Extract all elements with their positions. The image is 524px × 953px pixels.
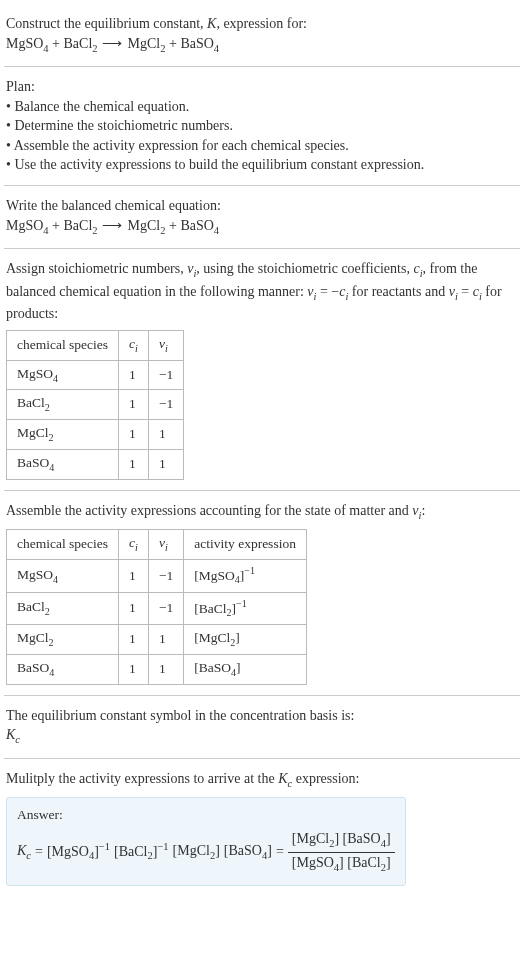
- cell-species: BaSO4: [7, 654, 119, 684]
- cell-c: 1: [119, 654, 149, 684]
- divider: [4, 66, 520, 67]
- cell-species: MgSO4: [7, 560, 119, 592]
- col-nui: νi: [148, 330, 183, 360]
- activity-table: chemical species ci νi activity expressi…: [6, 529, 307, 684]
- plan-bullet: • Determine the stoichiometric numbers.: [6, 116, 518, 136]
- intro-block: Construct the equilibrium constant, K, e…: [4, 8, 520, 62]
- intro-text: Construct the equilibrium constant,: [6, 16, 207, 31]
- sub: 4: [231, 667, 236, 678]
- sp: MgCl: [17, 425, 49, 440]
- sub: 2: [381, 862, 386, 873]
- table-header-row: chemical species ci νi: [7, 330, 184, 360]
- sub: 4: [381, 838, 386, 849]
- sub: 2: [147, 851, 152, 862]
- term: [BaSO4]: [224, 841, 272, 863]
- sub: 4: [235, 575, 240, 586]
- cell-exp: [BaCl2]−1: [184, 592, 307, 624]
- sub: 4: [214, 224, 219, 235]
- sub: 4: [49, 667, 54, 678]
- sub: 2: [210, 850, 215, 861]
- cell-v: 1: [148, 625, 183, 655]
- br: [BaSO: [343, 831, 381, 846]
- sub: c: [26, 850, 31, 861]
- br: [BaSO: [194, 660, 231, 675]
- table-row: MgSO41−1[MgSO4]−1: [7, 560, 307, 592]
- sp: BaSO: [17, 660, 49, 675]
- br: [BaCl: [194, 600, 226, 615]
- cell-species: MgSO4: [7, 360, 119, 390]
- text: :: [421, 503, 425, 518]
- species: BaCl: [64, 218, 93, 233]
- divider: [4, 758, 520, 759]
- plus: +: [49, 36, 64, 51]
- sp: MgCl: [17, 630, 49, 645]
- k: K: [17, 843, 26, 858]
- cell-c: 1: [119, 390, 149, 420]
- answer-label: Answer:: [17, 806, 395, 825]
- cell-c: 1: [119, 592, 149, 624]
- text: = −: [316, 284, 339, 299]
- text: , using the stoichiometric coefficients,: [196, 261, 413, 276]
- answer-equation: Kc = [MgSO4]−1 [BaCl2]−1 [MgCl2] [BaSO4]…: [17, 829, 395, 875]
- divider: [4, 248, 520, 249]
- term: [BaCl2]−1: [114, 840, 169, 864]
- pow: −1: [99, 841, 110, 852]
- numerator: [MgCl2] [BaSO4]: [288, 829, 395, 852]
- sub: 2: [45, 606, 50, 617]
- sub: i: [135, 342, 138, 353]
- divider: [4, 695, 520, 696]
- table-row: BaSO411[BaSO4]: [7, 654, 307, 684]
- br: [BaCl: [347, 855, 380, 870]
- plan-block: Plan: • Balance the chemical equation. •…: [4, 71, 520, 181]
- br: [MgCl: [194, 630, 230, 645]
- arrow-icon: ⟶: [98, 218, 128, 233]
- sub: 2: [49, 637, 54, 648]
- pow: −1: [236, 598, 247, 609]
- balanced-title: Write the balanced chemical equation:: [6, 196, 518, 216]
- cell-c: 1: [119, 560, 149, 592]
- fraction: [MgCl2] [BaSO4] [MgSO4] [BaCl2]: [288, 829, 395, 875]
- plan-bullet: • Use the activity expressions to build …: [6, 155, 518, 175]
- col-species: chemical species: [7, 330, 119, 360]
- text: =: [458, 284, 473, 299]
- sub: 2: [227, 607, 232, 618]
- equals: =: [276, 842, 284, 862]
- cell-exp: [MgSO4]−1: [184, 560, 307, 592]
- species: MgCl: [128, 36, 161, 51]
- species: MgSO: [6, 218, 43, 233]
- sub: 2: [329, 838, 334, 849]
- table-header-row: chemical species ci νi activity expressi…: [7, 530, 307, 560]
- activity-text: Assemble the activity expressions accoun…: [6, 501, 518, 523]
- cell-c: 1: [119, 420, 149, 450]
- divider: [4, 185, 520, 186]
- cell-species: BaCl2: [7, 390, 119, 420]
- sp: BaCl: [17, 599, 45, 614]
- species: MgCl: [128, 218, 161, 233]
- sub: 4: [334, 862, 339, 873]
- stoich-text: Assign stoichiometric numbers, νi, using…: [6, 259, 518, 324]
- br: [BaCl: [114, 844, 147, 859]
- plan-title: Plan:: [6, 77, 518, 97]
- stoich-block: Assign stoichiometric numbers, νi, using…: [4, 253, 520, 486]
- kc: Kc: [17, 841, 31, 863]
- arrow-icon: ⟶: [98, 36, 128, 51]
- cell-v: −1: [148, 390, 183, 420]
- sub: 4: [49, 462, 54, 473]
- cell-species: BaSO4: [7, 450, 119, 480]
- plus: +: [165, 36, 180, 51]
- br: [MgCl: [292, 831, 329, 846]
- plan-bullet: • Balance the chemical equation.: [6, 97, 518, 117]
- table-row: BaCl21−1: [7, 390, 184, 420]
- text: Mulitply the activity expressions to arr…: [6, 771, 278, 786]
- sub: i: [165, 542, 168, 553]
- text: expression:: [292, 771, 359, 786]
- sp: BaCl: [17, 395, 45, 410]
- table-row: MgSO41−1: [7, 360, 184, 390]
- multiply-block: Mulitply the activity expressions to arr…: [4, 763, 520, 892]
- k-symbol: K: [207, 16, 216, 31]
- col-ci: ci: [119, 530, 149, 560]
- cell-v: 1: [148, 450, 183, 480]
- sub: 2: [45, 402, 50, 413]
- term: [MgSO4]−1: [47, 840, 110, 864]
- species: BaSO: [180, 36, 213, 51]
